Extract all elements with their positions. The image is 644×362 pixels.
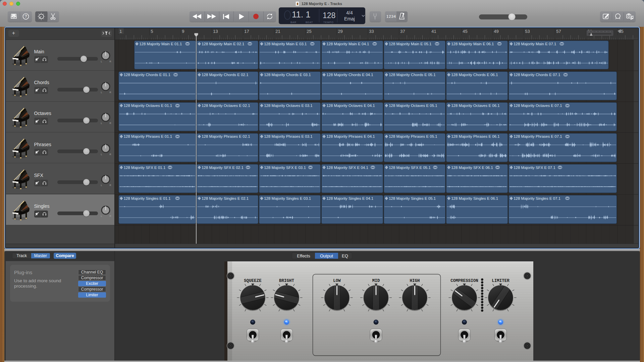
- svg-text:128 Majority Main E 05.1: 128 Majority Main E 05.1: [389, 42, 431, 46]
- svg-text:41: 41: [431, 28, 436, 34]
- svg-text:128 Majority Octaves E 03.1: 128 Majority Octaves E 03.1: [264, 104, 312, 108]
- svg-text:128 Majority SFX E 03.1: 128 Majority SFX E 03.1: [264, 165, 306, 169]
- svg-text:128 Majority SFX E 06.1: 128 Majority SFX E 06.1: [451, 165, 493, 169]
- svg-text:128 Majority Chords E 01.1: 128 Majority Chords E 01.1: [123, 72, 170, 76]
- svg-text:128 Majority SFX E 05.1: 128 Majority SFX E 05.1: [389, 165, 431, 169]
- svg-text:128 Majority Chords E 05.1: 128 Majority Chords E 05.1: [389, 72, 435, 76]
- svg-text:128 Majority Main E 02.1: 128 Majority Main E 02.1: [202, 42, 244, 46]
- svg-text:128 Majority Octaves E 02.1: 128 Majority Octaves E 02.1: [202, 104, 250, 108]
- svg-text:33: 33: [369, 28, 374, 34]
- svg-text:128 Majority SFX E 02.1: 128 Majority SFX E 02.1: [202, 165, 244, 169]
- svg-text:HIGH: HIGH: [410, 279, 420, 283]
- svg-text:128 Majority Chords E 03.1: 128 Majority Chords E 03.1: [264, 72, 311, 76]
- svg-text:BRIGHT: BRIGHT: [279, 279, 294, 283]
- svg-text:37: 37: [400, 28, 405, 34]
- svg-text:LOW: LOW: [333, 279, 341, 283]
- svg-text:128 Majority Singles E 07.1: 128 Majority Singles E 07.1: [514, 196, 560, 200]
- svg-text:57: 57: [556, 28, 561, 34]
- svg-text:1: 1: [119, 28, 122, 34]
- svg-text:128 Majority Chords E 02.1: 128 Majority Chords E 02.1: [202, 72, 248, 76]
- svg-text:128 Majority Chords E 06.1: 128 Majority Chords E 06.1: [451, 72, 498, 76]
- svg-text:17: 17: [244, 28, 249, 34]
- svg-text:128 Majority Singles E 03.1: 128 Majority Singles E 03.1: [264, 196, 311, 200]
- svg-text:SQUEEZE: SQUEEZE: [244, 279, 262, 283]
- svg-text:COMPRESSION: COMPRESSION: [450, 279, 478, 283]
- svg-text:128 Majority Singles E 02.1: 128 Majority Singles E 02.1: [202, 196, 249, 200]
- svg-text:128 Majority Main E 06.1: 128 Majority Main E 06.1: [451, 42, 494, 46]
- svg-text:128 Majority Main E 03.1: 128 Majority Main E 03.1: [264, 42, 307, 46]
- svg-text:128 Majority Phrases E 07.1: 128 Majority Phrases E 07.1: [514, 134, 562, 138]
- svg-text:21: 21: [275, 28, 280, 34]
- svg-text:49: 49: [494, 28, 498, 34]
- svg-text:128 Majority Phrases E 01.1: 128 Majority Phrases E 01.1: [123, 134, 172, 138]
- svg-text:9: 9: [182, 28, 184, 34]
- svg-text:128 Majority Octaves E 05.1: 128 Majority Octaves E 05.1: [389, 104, 437, 108]
- svg-text:128 Majority Octaves E 01.1: 128 Majority Octaves E 01.1: [123, 104, 172, 108]
- svg-text:128 Majority Main E 07.1: 128 Majority Main E 07.1: [514, 42, 556, 46]
- svg-text:128 Majority Phrases E 05.1: 128 Majority Phrases E 05.1: [389, 134, 437, 138]
- svg-text:128 Majority SFX E 01.1: 128 Majority SFX E 01.1: [123, 165, 165, 169]
- svg-text:128 Majority SFX E 04.1: 128 Majority SFX E 04.1: [326, 165, 368, 169]
- svg-text:128 Majority Phrases E 04.1: 128 Majority Phrases E 04.1: [326, 134, 375, 138]
- svg-text:53: 53: [525, 28, 530, 34]
- svg-text:29: 29: [338, 28, 342, 34]
- svg-text:128 Majority Chords E 07.1: 128 Majority Chords E 07.1: [514, 72, 560, 76]
- svg-text:5: 5: [151, 28, 153, 34]
- svg-text:128 Majority Main E 04.1: 128 Majority Main E 04.1: [326, 42, 369, 46]
- svg-text:128 Majority Octaves E 07.1: 128 Majority Octaves E 07.1: [514, 104, 562, 108]
- svg-text:128 Majority Singles E 05.1: 128 Majority Singles E 05.1: [389, 196, 436, 200]
- svg-text:128 Majority Singles E 06.1: 128 Majority Singles E 06.1: [451, 196, 498, 200]
- svg-text:128 Majority Main E 01.1: 128 Majority Main E 01.1: [139, 42, 182, 46]
- svg-text:128 Majority Phrases E 02.1: 128 Majority Phrases E 02.1: [202, 134, 250, 138]
- svg-text:128 Majority Phrases E 06.1: 128 Majority Phrases E 06.1: [451, 134, 499, 138]
- svg-text:13: 13: [213, 28, 218, 34]
- svg-text:45: 45: [463, 28, 467, 34]
- svg-text:128 Majority Singles E 04.1: 128 Majority Singles E 04.1: [326, 196, 373, 200]
- svg-text:128 Majority Singles E 01.1: 128 Majority Singles E 01.1: [123, 196, 170, 200]
- svg-text:128 Majority SFX E 07.1: 128 Majority SFX E 07.1: [514, 165, 555, 169]
- svg-text:128 Majority Chords E 04.1: 128 Majority Chords E 04.1: [326, 72, 373, 76]
- svg-text:128 Majority Phrases E 03.1: 128 Majority Phrases E 03.1: [264, 134, 312, 138]
- svg-text:MID: MID: [372, 279, 380, 283]
- svg-text:LIMITER: LIMITER: [492, 279, 509, 283]
- svg-text:128 Majority Octaves E 04.1: 128 Majority Octaves E 04.1: [326, 104, 375, 108]
- svg-text:128 Majority Octaves E 06.1: 128 Majority Octaves E 06.1: [451, 104, 499, 108]
- svg-text:25: 25: [307, 28, 311, 34]
- svg-text:?: ?: [25, 14, 27, 19]
